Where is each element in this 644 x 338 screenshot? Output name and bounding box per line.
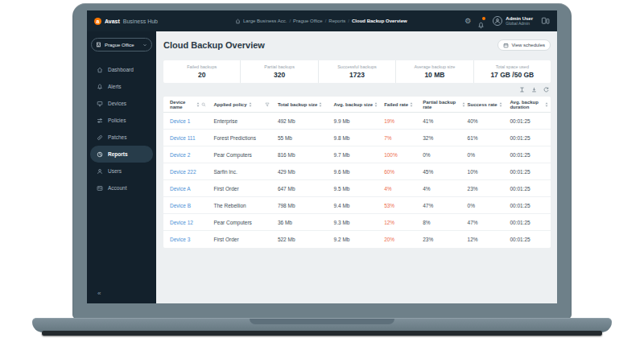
device-link[interactable]: Device 111 (163, 135, 214, 141)
sidebar-nav: Dashboard Alerts Devices Policies (87, 61, 156, 196)
cell-total-size: 429 Mb (278, 169, 334, 175)
device-link[interactable]: Device 12 (163, 220, 214, 225)
sidebar-collapse-icon[interactable]: « (97, 291, 101, 297)
breadcrumb-separator: / (289, 19, 291, 23)
column-header-avg-backup-size[interactable]: Avg. backup size (334, 102, 385, 107)
column-header-total-backup-size[interactable]: Total backup size (278, 102, 334, 107)
cell-partial-rate: 47% (423, 203, 467, 208)
sort-icon[interactable] (499, 102, 502, 107)
cell-partial-rate: 8% (423, 220, 467, 225)
avast-logo-icon: a (94, 18, 101, 25)
view-schedules-button[interactable]: View schedules (497, 39, 551, 51)
dashboard-icon (97, 67, 103, 73)
sidebar-item-devices[interactable]: Devices (90, 95, 153, 112)
page-title: Cloud Backup Overview (163, 40, 265, 50)
cell-partial-rate: 32% (423, 135, 467, 141)
device-link[interactable]: Device 1 (163, 118, 214, 124)
column-label: Avg. backup duration (510, 100, 543, 109)
cell-success-rate: 0% (468, 203, 510, 208)
cell-total-size: 647 Mb (278, 186, 334, 192)
sidebar-item-patches[interactable]: Patches (90, 129, 153, 146)
sort-icon[interactable] (374, 102, 378, 107)
sidebar-item-reports[interactable]: Reports (90, 146, 153, 163)
chevron-down-icon (142, 43, 147, 47)
sidebar-item-label: Dashboard (108, 67, 134, 72)
cell-policy: Enterprise (214, 118, 278, 124)
column-header-success-rate[interactable]: Success rate (468, 102, 510, 107)
notifications-bell-icon[interactable] (477, 18, 485, 25)
brand-name-rest: Business Hub (123, 19, 158, 24)
sort-icon[interactable] (319, 102, 322, 107)
table-row: Device 111 Forest Predictions 55 Mb 9.8 … (163, 130, 551, 146)
column-header-partial-backup-rate[interactable]: Partial backup rate (423, 100, 467, 109)
refresh-icon[interactable] (543, 87, 549, 93)
search-icon[interactable] (201, 102, 206, 107)
device-link[interactable]: Device B (163, 203, 214, 208)
reports-icon (97, 151, 103, 158)
breadcrumb-item[interactable]: Reports (328, 19, 345, 23)
cell-policy: Pear Computers (214, 220, 278, 225)
device-link[interactable]: Device 2 (163, 152, 214, 158)
stat-value: 17 GB /50 GB (490, 71, 534, 79)
org-selector[interactable]: Prague Office (91, 38, 152, 52)
breadcrumb-item[interactable]: Prague Office (293, 19, 323, 23)
user-role: Global Admin (506, 22, 533, 27)
column-header-device-name[interactable]: Device name (163, 100, 214, 109)
stat-value: 1723 (349, 71, 365, 79)
cell-total-size: 798 Mb (278, 203, 334, 208)
cell-failed-rate: 100% (384, 152, 423, 158)
cell-failed-rate: 7% (384, 135, 423, 141)
sidebar-item-users[interactable]: Users (90, 163, 153, 179)
sidebar-item-alerts[interactable]: Alerts (90, 78, 153, 95)
cell-success-rate: 47% (468, 220, 510, 225)
table-row: Device 2 Pear Computers 816 Mb 9.7 Mb 10… (163, 146, 551, 163)
cell-failed-rate: 60% (384, 169, 423, 175)
user-menu[interactable]: Admin User Global Admin (493, 16, 533, 27)
devices-icon (97, 101, 103, 107)
avast-logo-letter: a (97, 19, 100, 24)
column-header-applied-policy[interactable]: Applied policy (214, 102, 278, 107)
sort-icon[interactable] (196, 102, 200, 107)
column-label: Failed rate (384, 102, 408, 107)
cell-partial-rate: 23% (423, 237, 467, 242)
cell-partial-rate: 4% (423, 186, 467, 192)
cell-avg-size: 9.6 Mb (334, 169, 385, 175)
cell-success-rate: 61% (468, 135, 510, 141)
download-icon[interactable] (531, 87, 537, 93)
table-row: Device 3 First Order 522 Mb 9.2 Mb 20% 2… (163, 231, 551, 248)
stat-successful-backups: Successful backups 1723 (318, 60, 395, 83)
device-link[interactable]: Device 3 (163, 237, 214, 242)
breadcrumb-item[interactable]: Large Business Acc. (243, 19, 287, 23)
cell-duration: 00:01:25 (510, 186, 551, 192)
sidebar-item-policies[interactable]: Policies (90, 112, 153, 129)
sort-icon[interactable] (249, 102, 252, 107)
app-window: a Avast Business Hub Large Business Acc.… (87, 10, 557, 303)
sort-icon[interactable] (545, 102, 548, 107)
stat-label: Partial backups (264, 64, 295, 69)
stat-average-backup-size: Average backup size 10 MB (395, 60, 473, 83)
column-header-failed-rate[interactable]: Failed rate (384, 102, 423, 107)
columns-icon[interactable] (519, 87, 525, 93)
device-link[interactable]: Device A (163, 186, 214, 192)
column-header-avg-backup-duration[interactable]: Avg. backup duration (510, 100, 551, 109)
sidebar: Prague Office Dashboard Alerts Devices (87, 31, 156, 303)
sort-icon[interactable] (462, 102, 465, 107)
cell-partial-rate: 45% (423, 169, 467, 175)
sort-icon[interactable] (410, 102, 413, 107)
device-link[interactable]: Device 222 (163, 169, 214, 175)
cell-duration: 00:01:25 (510, 220, 551, 225)
page: a Avast Business Hub Large Business Acc.… (0, 0, 644, 338)
sidebar-item-account[interactable]: Account (90, 179, 153, 196)
filter-icon[interactable] (265, 102, 270, 107)
column-label: Device name (170, 100, 195, 109)
calendar-icon (503, 43, 509, 48)
alerts-icon (97, 84, 103, 90)
sidebar-item-dashboard[interactable]: Dashboard (90, 61, 153, 78)
settings-gear-icon[interactable]: ⚙ (464, 18, 471, 25)
cell-policy: First Order (214, 237, 278, 242)
view-schedules-label: View schedules (511, 43, 545, 47)
sidebar-item-label: Account (108, 185, 127, 191)
app-switcher-icon[interactable] (541, 14, 550, 28)
building-icon (96, 42, 101, 47)
column-label: Partial backup rate (423, 100, 460, 109)
